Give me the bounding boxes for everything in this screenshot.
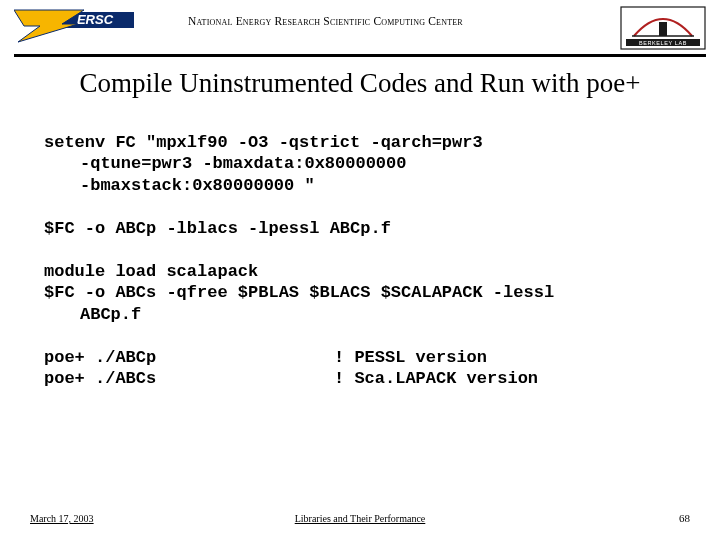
code-comment: ! Sca.LAPACK version — [334, 368, 676, 389]
header-divider — [14, 54, 706, 57]
code-block-compile-p: $FC -o ABCp -lblacs -lpessl ABCp.f — [44, 218, 676, 239]
code-line: poe+ ./ABCs — [44, 368, 334, 389]
footer-title: Libraries and Their Performance — [0, 513, 720, 524]
svg-rect-4 — [659, 22, 667, 36]
slide: ERSC National Energy Research Scientific… — [0, 0, 720, 540]
slide-title: Compile Uninstrumented Codes and Run wit… — [0, 68, 720, 99]
code-line: module load scalapack — [44, 261, 676, 282]
code-line: $FC -o ABCs -qfree $PBLAS $BLACS $SCALAP… — [44, 282, 676, 303]
code-comment: ! PESSL version — [334, 347, 676, 368]
nersc-logo-text: ERSC — [77, 12, 114, 27]
code-line: -bmaxstack:0x80000000 " — [44, 175, 676, 196]
code-line: -qtune=pwr3 -bmaxdata:0x80000000 — [44, 153, 676, 174]
slide-body: setenv FC "mpxlf90 -O3 -qstrict -qarch=p… — [44, 132, 676, 411]
org-name: National Energy Research Scientific Comp… — [188, 14, 463, 29]
code-line: $FC -o ABCp -lblacs -lpessl ABCp.f — [44, 218, 676, 239]
code-line: ABCp.f — [44, 304, 676, 325]
berkeley-lab-logo: BERKELEY LAB — [620, 6, 706, 54]
page-number: 68 — [679, 512, 690, 524]
code-block-setenv: setenv FC "mpxlf90 -O3 -qstrict -qarch=p… — [44, 132, 676, 196]
code-row: poe+ ./ABCp ! PESSL version — [44, 347, 676, 368]
code-line: setenv FC "mpxlf90 -O3 -qstrict -qarch=p… — [44, 132, 676, 153]
code-line: poe+ ./ABCp — [44, 347, 334, 368]
nersc-logo: ERSC — [14, 6, 134, 48]
slide-header: ERSC National Energy Research Scientific… — [0, 0, 720, 54]
code-block-run: poe+ ./ABCp ! PESSL version poe+ ./ABCs … — [44, 347, 676, 390]
code-block-compile-s: module load scalapack $FC -o ABCs -qfree… — [44, 261, 676, 325]
code-row: poe+ ./ABCs ! Sca.LAPACK version — [44, 368, 676, 389]
lab-building-icon: BERKELEY LAB — [620, 6, 706, 50]
lightning-icon: ERSC — [14, 6, 134, 44]
berkeley-lab-text: BERKELEY LAB — [639, 40, 687, 46]
